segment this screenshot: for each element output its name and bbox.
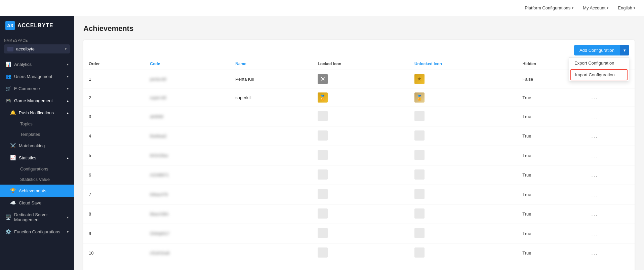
cell-actions[interactable]: ... [586,185,635,204]
table-row: 48setbaa2True... [83,126,635,146]
cell-name: superkill [230,88,312,107]
sidebar-item-analytics[interactable]: 📊 Analytics ▾ [0,58,74,70]
cell-actions[interactable]: ... [586,243,635,263]
table-row: 3ak4b9dTrue... [83,107,635,126]
achievements-table: Order Code Name Locked Icon Unlocked Ico… [83,58,635,263]
row-actions-button[interactable]: ... [591,192,598,197]
unlocked-icon-empty [414,208,425,219]
locked-icon-empty [318,169,328,180]
cell-hidden: True [517,165,586,185]
cell-actions[interactable]: ... [586,88,635,107]
code-text: penta-kill [150,77,166,82]
row-actions-button[interactable]: ... [591,153,598,158]
cell-unlocked-icon [409,204,517,224]
pagination-first[interactable]: «First [320,268,338,270]
sidebar-item-statistics[interactable]: 📈 Statistics ▴ [0,152,74,164]
sidebar-item-dedicated-server[interactable]: 🖥️ Dedicated Server Management ▾ [0,209,74,226]
users-chevron: ▾ [67,75,69,78]
ecommerce-chevron: ▾ [67,87,69,90]
sidebar-item-achievements[interactable]: 🏆 Achievements [0,185,74,197]
cell-unlocked-icon [409,107,517,126]
cell-order: 5 [83,146,145,165]
row-actions-button[interactable]: ... [591,211,598,217]
row-actions-button[interactable]: ... [591,250,598,256]
cell-name [230,185,312,204]
body-layout: A3 ACCELBYTE NAMESPACE accelbyte ▾ 📊 Ana… [0,16,644,270]
sidebar-item-users-management[interactable]: 👥 Users Management ▾ [0,70,74,82]
unlocked-icon-empty [414,111,425,121]
cell-actions[interactable]: ... [586,126,635,146]
row-actions-button[interactable]: ... [591,172,598,178]
table-row: 10nf1dA3na8True... [83,243,635,263]
add-configuration-dropdown-button[interactable]: ▾ [620,45,629,55]
templates-label: Templates [20,132,40,137]
statistics-icon: 📈 [10,155,15,160]
cell-actions[interactable]: ... [586,204,635,224]
table-row: 2super-killsuperkill🏅🏅True... [83,88,635,107]
import-configuration-item[interactable]: Import Configuration [570,69,628,80]
logo-icon: A3 [5,21,15,30]
sidebar-item-topics[interactable]: Topics [0,119,74,129]
table-row: 6A234B671True... [83,165,635,185]
col-order: Order [83,58,145,70]
sidebar-item-game-management[interactable]: 🎮 Game Management ▴ [0,94,74,107]
sidebar-item-cloud-save[interactable]: ☁️ Cloud Save [0,197,74,209]
my-account-menu[interactable]: My Account ▾ [579,3,612,12]
function-config-chevron: ▾ [67,230,69,234]
sidebar-logo: A3 ACCELBYTE [0,16,74,35]
main-content: Achievements Add Configuration ▾ Export … [74,16,644,270]
cell-hidden: True [517,126,586,146]
unlocked-icon-empty [414,247,425,258]
col-unlocked-icon: Unlocked Icon [409,58,517,70]
cell-locked-icon [312,107,409,126]
export-configuration-item[interactable]: Export Configuration [569,57,629,69]
row-actions-button[interactable]: ... [591,114,598,119]
code-text: ak4b9d [150,114,163,119]
cell-hidden: True [517,88,586,107]
language-menu[interactable]: English ▾ [614,3,639,12]
cell-name [230,224,312,243]
platform-config-chevron: ▾ [572,6,573,10]
sidebar-item-matchmaking[interactable]: ⚔️ Matchmaking [0,140,74,152]
sidebar-item-configurations[interactable]: Configurations [0,164,74,174]
cell-code: nf1dA3na8 [145,243,230,263]
cell-locked-icon [312,204,409,224]
cell-locked-icon: 🏅 [312,88,409,107]
namespace-selector[interactable]: accelbyte ▾ [4,44,70,53]
sidebar-item-push-notifications[interactable]: 🔔 Push Notifications ▴ [0,107,74,119]
push-notif-chevron: ▴ [67,111,69,115]
sidebar-nav: 📊 Analytics ▾ 👥 Users Management ▾ 🛒 E-C… [0,55,74,270]
table-row: 9GN4q8417True... [83,224,635,243]
table-body: 1penta-killPenta Kill✕★False...2super-ki… [83,70,635,263]
dropdown-menu: Export Configuration Import Configuratio… [569,57,629,81]
my-account-label: My Account [583,5,605,10]
cell-actions[interactable]: ... [586,146,635,165]
pagination-prev[interactable]: ‹ Prev [339,268,358,270]
sidebar-item-templates[interactable]: Templates [0,129,74,140]
col-code: Code [145,58,230,70]
sidebar-item-function-config[interactable]: ⚙️ Function Configurations ▾ [0,226,74,238]
sidebar-item-statistics-value[interactable]: Statistics Value [0,174,74,185]
code-text: A234B671 [150,173,169,178]
pagination-next[interactable]: Next › [359,268,378,270]
statistics-value-label: Statistics Value [20,177,50,182]
my-account-chevron: ▾ [607,6,608,10]
add-configuration-button[interactable]: Add Configuration [574,45,620,55]
cell-actions[interactable]: ... [586,107,635,126]
cell-order: 4 [83,126,145,146]
cell-code: penta-kill [145,70,230,88]
cell-unlocked-icon [409,185,517,204]
row-actions-button[interactable]: ... [591,133,598,139]
cell-code: A234B671 [145,165,230,185]
cell-code: super-kill [145,88,230,107]
platform-config-menu[interactable]: Platform Configurations ▾ [521,3,577,12]
row-actions-button[interactable]: ... [591,94,598,100]
row-actions-button[interactable]: ... [591,231,598,236]
language-chevron: ▾ [634,6,635,10]
sidebar-item-ecommerce[interactable]: 🛒 E-Commerce ▾ [0,82,74,94]
pagination-last[interactable]: Last » [379,268,398,270]
cell-order: 3 [83,107,145,126]
cloud-save-icon: ☁️ [10,200,15,205]
cell-actions[interactable]: ... [586,165,635,185]
cell-actions[interactable]: ... [586,224,635,243]
